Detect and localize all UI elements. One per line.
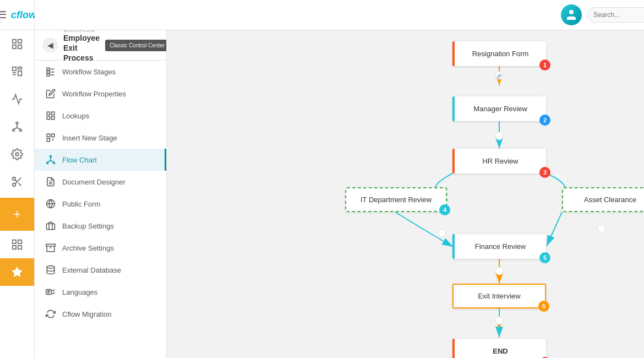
hamburger-icon[interactable]: ☰ bbox=[0, 9, 7, 21]
flow-node-asset-clearance[interactable]: Asset Clearance 4 bbox=[562, 187, 644, 212]
insert-icon bbox=[46, 133, 56, 143]
sidebar-icon-grid[interactable] bbox=[0, 231, 34, 258]
svg-point-65 bbox=[438, 229, 446, 237]
node-label: IT Department Review bbox=[361, 196, 432, 204]
flow-node-it-review[interactable]: IT Department Review 4 bbox=[345, 187, 447, 212]
nav-items-list: Workflow Stages Workflow Properties Look… bbox=[35, 61, 166, 325]
svg-line-19 bbox=[18, 183, 21, 186]
sidebar-item-lookups[interactable]: Lookups bbox=[35, 105, 166, 127]
svg-line-47 bbox=[51, 161, 54, 162]
search-input[interactable] bbox=[587, 7, 644, 23]
classic-control-center-button[interactable]: Classic Control Center bbox=[105, 40, 167, 51]
sidebar-item-workflow-stages[interactable]: Workflow Stages bbox=[35, 61, 166, 83]
sidebar-item-languages[interactable]: Languages bbox=[35, 281, 166, 303]
svg-rect-37 bbox=[47, 134, 50, 137]
sidebar-icon-dashboard[interactable] bbox=[0, 30, 34, 58]
svg-point-17 bbox=[13, 183, 16, 187]
svg-rect-39 bbox=[47, 139, 50, 142]
global-header bbox=[35, 0, 644, 30]
node-badge: 4 bbox=[439, 204, 450, 215]
svg-point-43 bbox=[47, 162, 48, 164]
edit-icon bbox=[46, 89, 56, 99]
node-label: END bbox=[493, 347, 507, 355]
svg-rect-36 bbox=[52, 117, 54, 120]
lookups-icon bbox=[46, 111, 56, 121]
sidebar-item-label: Insert New Stage bbox=[62, 134, 117, 142]
svg-line-13 bbox=[14, 128, 17, 129]
node-badge: 2 bbox=[539, 115, 550, 126]
backup-icon bbox=[46, 221, 56, 231]
sidebar-item-label: Languages bbox=[62, 288, 97, 296]
stages-icon bbox=[46, 67, 56, 77]
sidebar-item-flow-chart[interactable]: Flow Chart bbox=[35, 149, 166, 171]
sidebar-item-workflow-properties[interactable]: Workflow Properties bbox=[35, 83, 166, 105]
right-main: ◀ WORKFLOW Employee Exit Process Classic… bbox=[35, 0, 644, 358]
sidebar-icon-tools[interactable] bbox=[0, 168, 34, 196]
svg-rect-33 bbox=[47, 112, 50, 115]
globe-icon bbox=[46, 199, 56, 209]
left-sidebar-icons: + bbox=[0, 30, 34, 358]
svg-point-11 bbox=[20, 129, 22, 132]
add-button[interactable]: + bbox=[0, 198, 34, 231]
svg-point-64 bbox=[495, 132, 503, 140]
body-area: ◀ WORKFLOW Employee Exit Process Classic… bbox=[35, 30, 644, 358]
sidebar-item-archive-settings[interactable]: Archive Settings bbox=[35, 237, 166, 259]
svg-marker-25 bbox=[12, 267, 22, 276]
flow-node-finance-review[interactable]: Finance Review 5 bbox=[452, 234, 546, 259]
svg-point-42 bbox=[50, 156, 52, 158]
svg-rect-24 bbox=[18, 246, 21, 249]
svg-rect-22 bbox=[18, 240, 21, 243]
flow-node-resignation-form[interactable]: Resignation Form 1 bbox=[452, 41, 546, 66]
svg-point-61 bbox=[495, 72, 503, 79]
sidebar-item-label: Workflow Properties bbox=[62, 90, 126, 98]
workflow-label: WORKFLOW bbox=[63, 30, 100, 33]
workflow-info: WORKFLOW Employee Exit Process bbox=[63, 30, 100, 63]
svg-rect-4 bbox=[13, 67, 16, 70]
sidebar-icon-settings[interactable] bbox=[0, 140, 34, 168]
svg-line-14 bbox=[17, 128, 20, 129]
svg-line-20 bbox=[15, 180, 17, 182]
sidebar-icon-flow[interactable] bbox=[0, 113, 34, 140]
flow-node-hr-review[interactable]: HR Review 3 bbox=[452, 149, 546, 173]
sidebar-icon-favorites[interactable] bbox=[0, 258, 34, 286]
svg-point-68 bbox=[495, 267, 503, 275]
sidebar-item-label: Document Designer bbox=[62, 178, 125, 186]
sidebar-item-insert-new-stage[interactable]: Insert New Stage bbox=[35, 127, 166, 149]
sidebar-item-backup-settings[interactable]: Backup Settings bbox=[35, 215, 166, 237]
node-badge: 5 bbox=[539, 252, 550, 263]
user-avatar[interactable] bbox=[561, 4, 582, 25]
svg-rect-52 bbox=[47, 224, 55, 230]
sidebar-item-label: Workflow Stages bbox=[62, 68, 116, 76]
svg-rect-0 bbox=[13, 40, 16, 43]
flow-node-manager-review[interactable]: Manager Review 2 bbox=[452, 96, 546, 121]
cflow-logo: cflow bbox=[11, 9, 36, 21]
sidebar-icon-analytics[interactable] bbox=[0, 85, 34, 113]
workflow-title: Employee Exit Process bbox=[63, 34, 100, 62]
migration-icon bbox=[46, 309, 56, 319]
sidebar-item-label: Cflow Migration bbox=[62, 310, 112, 318]
svg-rect-53 bbox=[46, 244, 56, 246]
sidebar-icon-reports[interactable] bbox=[0, 58, 34, 85]
flow-node-end[interactable]: END 7 bbox=[452, 339, 546, 358]
svg-point-26 bbox=[569, 10, 574, 14]
node-badge: 3 bbox=[539, 167, 550, 178]
svg-rect-21 bbox=[13, 240, 16, 243]
svg-rect-34 bbox=[52, 112, 54, 115]
svg-rect-38 bbox=[52, 134, 54, 137]
sidebar-item-document-designer[interactable]: Document Designer bbox=[35, 171, 166, 193]
svg-point-55 bbox=[47, 266, 54, 269]
svg-rect-2 bbox=[13, 45, 16, 48]
svg-rect-5 bbox=[18, 67, 21, 69]
svg-point-66 bbox=[598, 225, 605, 232]
sidebar-item-external-database[interactable]: External Database bbox=[35, 259, 166, 281]
flow-node-exit-interview[interactable]: Exit Interview 6 bbox=[452, 284, 546, 308]
sidebar-item-public-form[interactable]: Public Form bbox=[35, 193, 166, 215]
svg-rect-3 bbox=[18, 45, 21, 48]
svg-rect-27 bbox=[47, 68, 50, 70]
svg-rect-1 bbox=[18, 40, 21, 43]
sidebar-item-label: Backup Settings bbox=[62, 222, 114, 230]
database-icon bbox=[46, 265, 56, 275]
sidebar-item-cflow-migration[interactable]: Cflow Migration bbox=[35, 303, 166, 325]
node-label: HR Review bbox=[482, 157, 518, 165]
back-button[interactable]: ◀ bbox=[42, 37, 58, 53]
